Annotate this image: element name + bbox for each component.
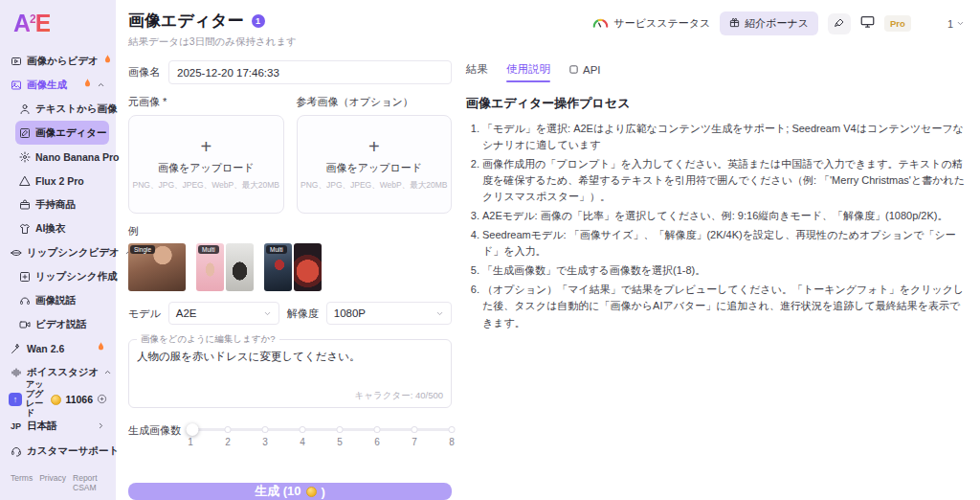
sidebar-item-label: 画像説話 [35,294,76,307]
sidebar-item-label: ボイススタジオ [27,366,99,379]
sidebar-item-label: リップシンクビデオ [27,246,120,260]
person-icon [19,103,31,115]
example-thumbnails: Single Multi Multi [128,243,452,291]
coin-icon [51,395,61,405]
example-badge: Multi [266,245,287,254]
generate-label-suffix: ) [322,485,325,499]
title-block: 画像エディター1 結果データは3日間のみ保持されます [128,10,297,49]
api-icon [568,64,579,75]
instruction-step: A2Eモデル: 画像の「比率」を選択してください、例: 9:16縦向きモード、「… [482,208,965,224]
referral-bonus-label: 紹介ボーナス [745,16,809,31]
sidebar-item-image-editor[interactable]: 画像エディター [15,121,109,145]
content-area: 画像名 元画像 * 参考画像（オプション） + 画像をアップロード PNG、JP… [128,60,965,500]
user-menu[interactable]: 1 [947,18,965,30]
tab-api[interactable]: API [568,64,601,81]
sidebar-item-handheld-product[interactable]: 手持商品 [15,193,109,216]
sidebar-item-flux-2-pro[interactable]: Flux 2 Pro [15,169,109,193]
sidebar-item-ai-outfit[interactable]: AI換衣 [15,216,109,240]
sidebar-item-image-to-video[interactable]: 画像からビデオ [7,49,109,73]
upload-hint: PNG、JPG、JPEG、WebP、最大20MB [133,180,279,192]
upgrade-icon[interactable]: ↑ [9,393,22,406]
report-csam-link[interactable]: Report CSAM [73,473,109,492]
terms-link[interactable]: Terms [11,473,33,492]
sidebar-item-text-to-image[interactable]: テキストから画像 [15,97,109,121]
flame-icon [103,55,112,67]
upload-text: 画像をアップロード [158,161,255,175]
sidebar: A2E 画像からビデオ 画像生成 テキストから画像 画像エディター [0,0,116,500]
slider-tick [300,427,304,432]
resolution-value: 1080P [334,307,366,319]
language-selector[interactable]: JP 日本語 [7,414,109,439]
service-status[interactable]: サービスステータス [592,16,710,31]
sidebar-item-video-narration[interactable]: ビデオ説話 [15,312,109,336]
image-name-input[interactable] [168,60,452,84]
instruction-step: （オプション）「マイ結果」で結果をプレビューしてください。「トーキングフォト」を… [482,282,965,330]
examples-label: 例 [128,224,452,239]
example-multi-1[interactable]: Multi [196,243,254,291]
sidebar-item-nano-banana-pro[interactable]: Nano Banana Pro [15,145,109,169]
reference-image-upload[interactable]: + 画像をアップロード PNG、JPG、JPEG、WebP、最大20MB [297,115,453,214]
gift-icon [729,17,740,30]
tick-label: 3 [262,437,268,447]
image-icon [11,80,22,91]
sidebar-item-wan-26[interactable]: Wan 2.6 [7,336,109,360]
prompt-input[interactable]: 人物の服を赤いドレスに変更してください。 [137,349,443,390]
privacy-link[interactable]: Privacy [39,473,66,492]
chevron-down-icon [435,309,444,318]
logo-e: E [35,10,51,36]
sidebar-item-customer-support[interactable]: カスタマーサポート [7,439,109,463]
edit-icon [19,127,31,139]
display-mode-button[interactable] [860,14,875,33]
example-image [226,243,254,291]
box-icon [19,199,31,211]
wand-icon [11,343,22,354]
source-image-upload[interactable]: + 画像をアップロード PNG、JPG、JPEG、WebP、最大20MB [128,115,284,214]
theme-brush-button[interactable] [828,13,851,34]
referral-bonus-button[interactable]: 紹介ボーナス [720,11,818,35]
slider-tick [450,427,455,432]
tab-instructions[interactable]: 使用説明 [506,62,550,82]
sidebar-item-image-generation[interactable]: 画像生成 [7,73,109,97]
slider-thumb[interactable] [187,423,199,436]
user-count: 1 [947,18,953,30]
video-camera-icon [19,319,31,330]
image-name-row: 画像名 [128,60,452,84]
sidebar-item-image-narration[interactable]: 画像説話 [15,288,109,312]
image-count-slider[interactable]: 1 2 3 4 5 6 7 8 [190,422,452,449]
resolution-select[interactable]: 1080P [326,302,452,325]
editor-form: 画像名 元画像 * 参考画像（オプション） + 画像をアップロード PNG、JP… [128,60,452,500]
example-image [294,243,322,291]
help-panel: 結果 使用説明 API 画像エディター操作プロセス 「モデル」を選択: A2Eは… [466,60,965,500]
upgrade-row: ↑ アップグレード 11066 [7,385,109,414]
resolution-label: 解像度 [287,307,319,321]
upload-text: 画像をアップロード [325,161,422,175]
tab-results[interactable]: 結果 [466,62,488,82]
instructions-list: 「モデル」を選択: A2Eはより広範なコンテンツ生成をサポート; Seedrea… [466,121,965,331]
upgrade-label[interactable]: アップグレード [26,380,47,419]
model-select[interactable]: A2E [168,302,279,325]
slider-tick-labels: 1 2 3 4 5 6 7 8 [190,437,452,448]
pro-plan-badge: Pro [884,15,911,32]
sidebar-item-label: カスタマーサポート [27,444,119,458]
generate-button[interactable]: 生成 (10 ) [128,483,452,500]
example-single[interactable]: Single [128,243,186,291]
plus-icon: + [368,137,380,156]
tick-label: 8 [449,437,455,447]
instruction-step: 「モデル」を選択: A2Eはより広範なコンテンツ生成をサポート; Seedrea… [482,121,965,153]
sidebar-item-lipsync-create[interactable]: リップシンク作成 [15,264,109,288]
brush-icon [834,15,845,33]
sidebar-item-label: Wan 2.6 [27,343,64,354]
chevron-down-icon [956,18,965,30]
sidebar-item-lipsync-video[interactable]: リップシンクビデオ [7,240,109,264]
plus-circle-icon[interactable] [97,391,107,408]
sidebar-item-label: 手持商品 [35,198,76,212]
sidebar-item-voice-studio[interactable]: ボイススタジオ [7,360,109,384]
sidebar-item-label: Nano Banana Pro [35,151,120,163]
sidebar-item-label: ビデオ説話 [35,318,86,331]
example-multi-2[interactable]: Multi [264,243,322,291]
instruction-step: Seedreamモデル: 「画像サイズ」、「解像度」(2K/4K)を設定し、再現… [482,227,965,260]
logo-sup: 2 [30,12,35,26]
a2e-logo[interactable]: A2E [13,10,109,37]
example-badge: Single [130,245,155,254]
chevron-right-icon [97,420,105,432]
